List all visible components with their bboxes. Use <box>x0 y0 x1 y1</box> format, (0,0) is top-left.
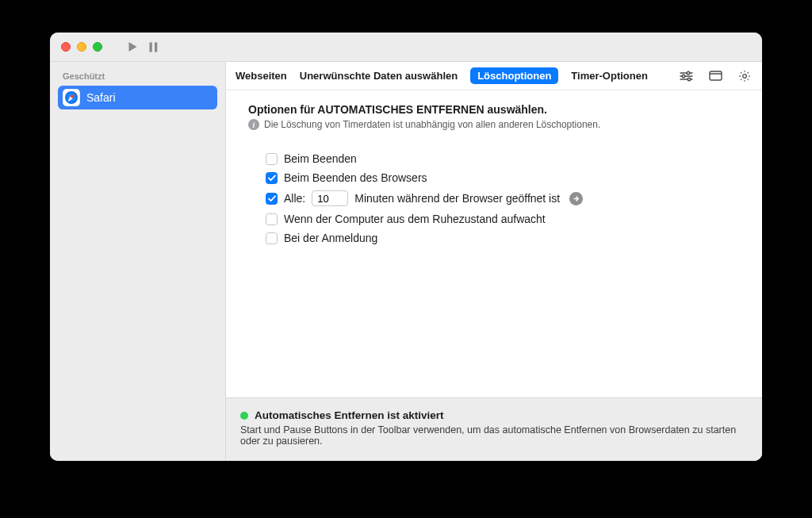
option-on-quit[interactable]: Beim Beenden <box>266 152 740 165</box>
checkbox-every[interactable] <box>266 193 278 205</box>
option-label: Beim Beenden des Browsers <box>284 171 427 184</box>
options-list: Beim Beenden Beim Beenden des Browsers A… <box>266 152 740 244</box>
tab-timer-options[interactable]: Timer-Optionen <box>571 70 648 82</box>
status-text: Automatisches Entfernen ist aktiviert <box>255 409 444 421</box>
status-hint: Start und Pause Buttons in der Toolbar v… <box>240 424 748 447</box>
option-label: Beim Beenden <box>284 152 357 165</box>
tab-unwanted-data[interactable]: Unerwünschte Daten auswählen <box>300 70 458 82</box>
option-on-login[interactable]: Bei der Anmeldung <box>266 232 740 244</box>
info-icon: i <box>248 119 259 130</box>
section-title: Optionen für AUTOMATISCHES ENTFERNEN aus… <box>248 103 740 116</box>
tab-bar: Webseiten Unerwünschte Daten auswählen L… <box>226 62 762 90</box>
checkbox-on-quit[interactable] <box>266 153 278 165</box>
gear-icon[interactable] <box>737 68 753 84</box>
info-row: i Die Löschung von Timerdaten ist unabhä… <box>248 119 740 130</box>
svg-point-10 <box>743 74 747 78</box>
sliders-icon[interactable] <box>678 69 695 83</box>
svg-rect-8 <box>710 71 722 80</box>
svg-point-5 <box>682 75 685 78</box>
close-window-button[interactable] <box>61 42 71 52</box>
play-icon[interactable] <box>128 41 138 52</box>
option-every-n-minutes[interactable]: Alle: Minuten während der Browser geöffn… <box>266 190 740 206</box>
svg-rect-0 <box>150 42 152 52</box>
checkbox-on-login[interactable] <box>266 232 278 244</box>
svg-rect-1 <box>155 42 157 52</box>
window-controls <box>61 42 102 52</box>
safari-app-icon <box>63 89 80 106</box>
content-area: Optionen für AUTOMATISCHES ENTFERNEN aus… <box>226 90 762 397</box>
arrow-right-circle-icon[interactable] <box>569 192 583 205</box>
option-on-wake[interactable]: Wenn der Computer aus dem Ruhezustand au… <box>266 213 740 225</box>
status-footer: Automatisches Entfernen ist aktiviert St… <box>226 397 762 461</box>
option-label: Bei der Anmeldung <box>284 232 377 244</box>
sidebar-item-safari[interactable]: Safari <box>58 86 217 109</box>
option-on-browser-quit[interactable]: Beim Beenden des Browsers <box>266 171 740 184</box>
checkbox-on-wake[interactable] <box>266 213 278 225</box>
main-panel: Webseiten Unerwünschte Daten auswählen L… <box>226 62 762 461</box>
svg-point-3 <box>687 71 690 75</box>
status-indicator-dot <box>240 412 248 420</box>
svg-point-7 <box>688 78 691 81</box>
sidebar-item-label: Safari <box>86 91 116 104</box>
tab-delete-options[interactable]: Löschoptionen <box>470 67 558 84</box>
pause-icon[interactable] <box>149 42 158 52</box>
zoom-window-button[interactable] <box>93 42 102 52</box>
minimize-window-button[interactable] <box>77 42 86 52</box>
sidebar-section-header: Geschützt <box>58 68 217 86</box>
option-every-suffix: Minuten während der Browser geöffnet ist <box>354 192 560 205</box>
tab-websites[interactable]: Webseiten <box>236 70 287 82</box>
info-text: Die Löschung von Timerdaten ist unabhäng… <box>264 119 600 130</box>
checkbox-on-browser-quit[interactable] <box>266 172 278 184</box>
option-label: Wenn der Computer aus dem Ruhezustand au… <box>284 213 546 225</box>
sidebar: Geschützt Safari <box>50 62 226 461</box>
minutes-input[interactable] <box>312 190 348 206</box>
titlebar <box>50 33 762 61</box>
window-icon[interactable] <box>707 69 724 82</box>
option-every-prefix: Alle: <box>284 192 305 205</box>
app-window: Geschützt Safari Webseiten Unerwünschte … <box>50 33 762 461</box>
